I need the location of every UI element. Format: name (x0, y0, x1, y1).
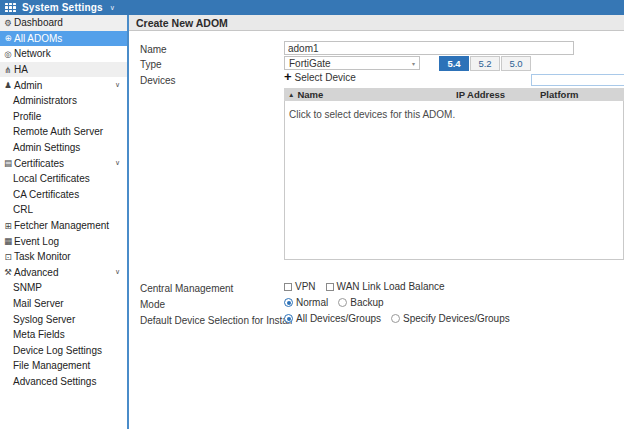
sidebar-item-label: Local Certificates (13, 173, 90, 184)
sidebar-item-label: Profile (13, 111, 41, 122)
mode-label: Mode (140, 299, 165, 310)
chevron-down-icon[interactable]: ∨ (115, 268, 127, 276)
sidebar-item-mail-server[interactable]: Mail Server (0, 296, 127, 312)
sidebar-item-snmp[interactable]: SNMP (0, 280, 127, 296)
sidebar-item-ha[interactable]: ⋔HA (0, 62, 127, 78)
sidebar-item-remote-auth-server[interactable]: Remote Auth Server (0, 124, 127, 140)
sidebar-nav: ⚙Dashboard⊕All ADOMs◎Network⋔HA♟Admin∨Ad… (0, 15, 127, 389)
sidebar-item-admin-settings[interactable]: Admin Settings (0, 140, 127, 156)
radio-all-devices-groups[interactable]: All Devices/Groups (284, 313, 381, 324)
checkbox-label: VPN (295, 281, 316, 292)
sidebar-item-file-management[interactable]: File Management (0, 358, 127, 374)
version-segmented-control: 5.45.25.0 (439, 56, 531, 71)
app-title[interactable]: System Settings (22, 2, 103, 13)
task-monitor-icon: ⊡ (3, 252, 13, 262)
dropdown-caret-icon: ▾ (412, 60, 415, 67)
radio-backup[interactable]: Backup (338, 297, 383, 308)
adom-version-5-0-button[interactable]: 5.0 (501, 56, 531, 71)
sidebar-item-label: CA Certificates (13, 189, 79, 200)
sidebar-item-event-log[interactable]: ▦Event Log (0, 233, 127, 249)
checkbox-vpn[interactable]: VPN (284, 281, 316, 292)
column-header-platform[interactable]: Platform (536, 89, 624, 100)
main-content: Create New ADOM Name Type FortiGate ▾ 5.… (129, 15, 624, 429)
fetcher-management-icon: ⊞ (3, 221, 13, 231)
devices-label: Devices (140, 75, 176, 86)
sidebar-item-advanced[interactable]: ⚒Advanced∨ (0, 265, 127, 281)
sidebar-item-device-log-settings[interactable]: Device Log Settings (0, 342, 127, 358)
sidebar-item-label: Meta Fields (13, 329, 65, 340)
sidebar-item-administrators[interactable]: Administrators (0, 93, 127, 109)
sidebar-item-certificates[interactable]: ▤Certificates∨ (0, 155, 127, 171)
sidebar-item-label: All ADOMs (14, 33, 62, 44)
sidebar-item-dashboard[interactable]: ⚙Dashboard (0, 15, 127, 31)
sidebar-item-local-certificates[interactable]: Local Certificates (0, 171, 127, 187)
dashboard-icon: ⚙ (3, 18, 13, 28)
chevron-down-icon[interactable]: ∨ (115, 81, 127, 89)
sidebar-item-label: Certificates (14, 158, 64, 169)
sidebar-item-label: File Management (13, 360, 90, 371)
name-label: Name (140, 44, 167, 55)
certificates-icon: ▤ (3, 158, 13, 168)
sidebar-item-profile[interactable]: Profile (0, 109, 127, 125)
plus-icon: + (284, 71, 292, 83)
checkbox-icon (326, 283, 334, 291)
sidebar-item-label: Network (14, 48, 51, 59)
radio-normal[interactable]: Normal (284, 297, 328, 308)
sidebar-item-ca-certificates[interactable]: CA Certificates (0, 187, 127, 203)
ha-icon: ⋔ (3, 65, 13, 75)
checkbox-icon (284, 283, 292, 291)
adom-version-5-2-button[interactable]: 5.2 (470, 56, 500, 71)
device-table-header: ▲NameIP AddressPlatform (284, 88, 624, 101)
radio-label: All Devices/Groups (296, 313, 381, 324)
app-grid-icon[interactable] (5, 3, 16, 13)
device-search-input[interactable] (531, 74, 624, 86)
sidebar-item-advanced-settings[interactable]: Advanced Settings (0, 374, 127, 390)
central-management-label: Central Management (140, 283, 233, 294)
checkbox-label: WAN Link Load Balance (337, 281, 445, 292)
column-header-label: Platform (540, 89, 579, 100)
adom-version-5-4-button[interactable]: 5.4 (439, 56, 469, 71)
radio-label: Specify Devices/Groups (403, 313, 510, 324)
event-log-icon: ▦ (3, 236, 13, 246)
device-table-body[interactable]: Click to select devices for this ADOM. (284, 101, 624, 260)
column-header-name[interactable]: ▲Name (284, 89, 452, 100)
radio-specify-devices-groups[interactable]: Specify Devices/Groups (391, 313, 510, 324)
radio-label: Normal (296, 297, 328, 308)
chevron-down-icon[interactable]: ∨ (110, 4, 115, 12)
network-icon: ◎ (3, 49, 13, 59)
sidebar-item-label: Dashboard (14, 17, 63, 28)
radio-icon (284, 314, 293, 323)
type-dropdown[interactable]: FortiGate ▾ (284, 56, 420, 70)
column-header-label: Name (297, 89, 323, 100)
chevron-down-icon[interactable]: ∨ (115, 159, 127, 167)
sidebar-item-syslog-server[interactable]: Syslog Server (0, 311, 127, 327)
sidebar-item-label: Advanced Settings (13, 376, 96, 387)
sidebar-item-admin[interactable]: ♟Admin∨ (0, 77, 127, 93)
sidebar-item-label: Admin (14, 80, 42, 91)
column-header-ip-address[interactable]: IP Address (452, 89, 536, 100)
sidebar-item-all-adoms[interactable]: ⊕All ADOMs (0, 31, 127, 47)
topbar: System Settings ∨ (0, 0, 624, 15)
select-device-label: Select Device (295, 72, 356, 83)
sidebar-item-network[interactable]: ◎Network (0, 46, 127, 62)
select-device-button[interactable]: + Select Device (284, 71, 356, 83)
sidebar-item-fetcher-management[interactable]: ⊞Fetcher Management (0, 218, 127, 234)
sidebar-item-label: Task Monitor (14, 251, 71, 262)
mode-options: NormalBackup (284, 297, 384, 308)
app-window: System Settings ∨ ⚙Dashboard⊕All ADOMs◎N… (0, 0, 624, 429)
sidebar-item-label: HA (14, 64, 28, 75)
sidebar-item-label: SNMP (13, 282, 42, 293)
all-adoms-icon: ⊕ (3, 33, 13, 43)
type-label: Type (140, 59, 162, 70)
sidebar-item-label: Remote Auth Server (13, 126, 103, 137)
radio-icon (284, 298, 293, 307)
sidebar-item-task-monitor[interactable]: ⊡Task Monitor (0, 249, 127, 265)
default-device-selection-label: Default Device Selection for Install (140, 315, 292, 326)
sidebar-item-label: Syslog Server (13, 314, 75, 325)
sidebar-item-meta-fields[interactable]: Meta Fields (0, 327, 127, 343)
sidebar-item-crl[interactable]: CRL (0, 202, 127, 218)
sidebar: ⚙Dashboard⊕All ADOMs◎Network⋔HA♟Admin∨Ad… (0, 15, 129, 429)
name-input[interactable] (284, 41, 574, 55)
sidebar-item-label: Administrators (13, 95, 77, 106)
checkbox-wan-link-load-balance[interactable]: WAN Link Load Balance (326, 281, 445, 292)
